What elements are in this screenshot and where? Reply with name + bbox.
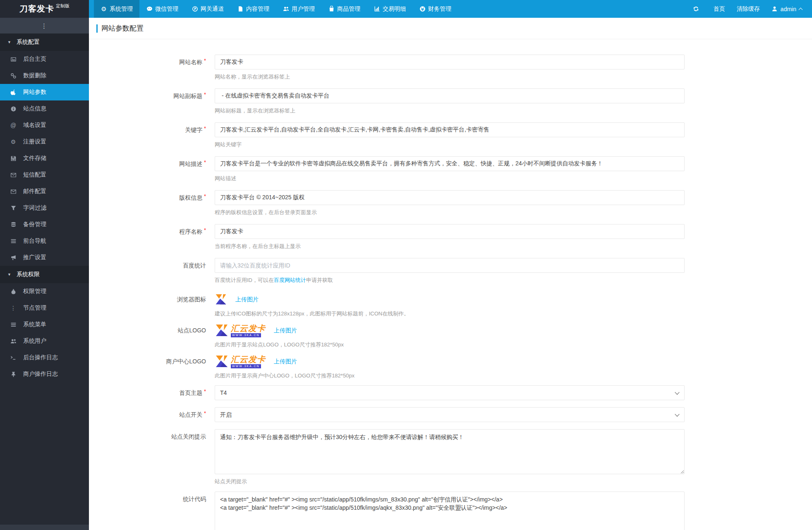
vertical-dots-icon: ⋮ (41, 22, 48, 29)
site-description-input[interactable] (215, 156, 685, 171)
refresh-icon (693, 6, 699, 12)
required-asterisk: * (204, 389, 206, 394)
top-nav-item-系统管理[interactable]: ⚙系统管理 (94, 0, 139, 18)
sidebar-item-系统用户[interactable]: 系统用户 (0, 333, 89, 349)
browser-icon-upload-link[interactable]: 上传图片 (235, 296, 259, 303)
site-logo-text-block: 汇云发卡WWW.3KA.CN (231, 324, 266, 337)
page-header: 网站参数配置 (89, 18, 812, 39)
site-subtitle-input[interactable] (215, 88, 685, 103)
top-nav-item-微信管理[interactable]: 微信管理 (139, 0, 185, 18)
home-link[interactable]: 首页 (708, 0, 731, 18)
info-icon (10, 105, 17, 112)
sidebar-scrollbar[interactable] (0, 525, 89, 530)
user-menu[interactable]: admin (766, 0, 808, 18)
top-nav-item-交易明细[interactable]: 交易明细 (367, 0, 412, 18)
sidebar-item-label: 权限管理 (23, 288, 46, 295)
app-logo-text: 刀客发卡 (19, 3, 54, 14)
save-icon (10, 155, 17, 162)
sidebar-item-前台导航[interactable]: 前台导航 (0, 233, 89, 249)
sidebar-item-权限管理[interactable]: 权限管理 (0, 283, 89, 300)
users-icon (283, 6, 289, 12)
app-logo-badge: 定制版 (56, 3, 69, 9)
sidebar-item-网站参数[interactable]: 网站参数 (0, 84, 89, 100)
site-close-tip-textarea[interactable] (215, 429, 685, 474)
sidebar-group-系统权限[interactable]: ▼系统权限 (0, 266, 89, 283)
sidebar-item-后台操作日志[interactable]: 后台操作日志 (0, 349, 89, 366)
sidebar-item-字词过滤[interactable]: 字词过滤 (0, 200, 89, 216)
megaphone-icon (10, 254, 17, 261)
copyright-input[interactable] (215, 190, 685, 205)
site-params-form: 网站名称*网站名称，显示在浏览器标签上网站副标题*网站副标题，显示在浏览器标签上… (89, 39, 812, 530)
sidebar-item-邮件配置[interactable]: 邮件配置 (0, 183, 89, 200)
field-control-keywords: 网站关键字 (215, 122, 685, 148)
form-row-home-theme: 首页主题*T4 (89, 385, 812, 401)
mail-icon (10, 188, 17, 195)
stats-code-textarea[interactable] (215, 492, 685, 530)
sidebar-item-系统菜单[interactable]: 系统菜单 (0, 316, 89, 333)
clear-cache-button[interactable]: 清除缓存 (731, 0, 766, 18)
sidebar-item-商户操作日志[interactable]: 商户操作日志 (0, 366, 89, 382)
field-label-site-switch: 站点开关* (89, 407, 206, 423)
program-name-input[interactable] (215, 224, 685, 239)
sidebar-item-label: 域名设置 (23, 122, 46, 129)
main-content: 网站参数配置 网站名称*网站名称，显示在浏览器标签上网站副标题*网站副标题，显示… (89, 18, 812, 530)
top-nav-item-内容管理[interactable]: 内容管理 (230, 0, 276, 18)
sidebar-item-label: 推广设置 (23, 254, 46, 261)
gear-icon: ⚙ (10, 138, 17, 145)
sidebar-item-域名设置[interactable]: @域名设置 (0, 117, 89, 134)
sidebar-item-备份管理[interactable]: 备份管理 (0, 216, 89, 233)
top-nav-item-财务管理[interactable]: 财务管理 (412, 0, 458, 18)
topbar-right-menu: 首页 清除缓存 admin (687, 0, 812, 18)
sidebar-item-推广设置[interactable]: 推广设置 (0, 249, 89, 266)
field-control-site-close-tip: 站点关闭提示 (215, 429, 685, 485)
field-label-site-logo: 站点LOGO (89, 323, 206, 348)
home-theme-select[interactable]: T4 (215, 385, 685, 400)
field-help-site-description: 网站描述 (215, 175, 685, 182)
sidebar-group-系统配置[interactable]: ▼系统配置 (0, 33, 89, 51)
sidebar-item-label: 节点管理 (23, 304, 46, 312)
sidebar-item-后台主页[interactable]: 后台主页 (0, 51, 89, 67)
baidu-stats-input[interactable] (215, 258, 685, 273)
keywords-input[interactable] (215, 122, 685, 137)
sidebar-item-label: 后台操作日志 (23, 354, 58, 361)
top-nav-item-label: 交易明细 (383, 5, 406, 13)
sidebar-item-节点管理[interactable]: ⋮节点管理 (0, 300, 89, 316)
field-help-merchant-logo: 此图片用于显示商户中心LOGO，LOGO尺寸推荐182*50px (215, 372, 685, 379)
field-help-browser-icon: 建议上传ICO图标的尺寸为128x128px，此图标用于网站标题前，ICON在线… (215, 310, 685, 317)
field-control-site-subtitle: 网站副标题，显示在浏览器标签上 (215, 88, 685, 114)
sidebar-item-label: 系统用户 (23, 337, 46, 345)
field-help-site-logo: 此图片用于显示站点LOGO，LOGO尺寸推荐182*50px (215, 341, 685, 348)
sidebar-item-短信配置[interactable]: 短信配置 (0, 167, 89, 183)
page-title: 网站参数配置 (96, 24, 144, 33)
field-help-site-close-tip: 站点关闭提示 (215, 478, 685, 485)
form-row-keywords: 关键字*网站关键字 (89, 122, 812, 148)
sidebar-item-文件存储[interactable]: 文件存储 (0, 150, 89, 167)
user-name: admin (781, 6, 796, 12)
site-switch-select[interactable]: 开启 (215, 407, 685, 422)
form-row-site-name: 网站名称*网站名称，显示在浏览器标签上 (89, 55, 812, 80)
baidu-stats-link[interactable]: 百度网站统计 (274, 277, 306, 283)
required-asterisk: * (204, 58, 206, 64)
app-logo: 刀客发卡 定制版 (0, 0, 89, 18)
sidebar-collapse-toggle[interactable]: ⋮ (0, 18, 89, 33)
sidebar-item-站点信息[interactable]: 站点信息 (0, 100, 89, 117)
sidebar-item-数据删除[interactable]: 数据删除 (0, 67, 89, 84)
top-nav-item-商品管理[interactable]: 商品管理 (321, 0, 367, 18)
site-logo-text: 汇云发卡 (231, 324, 266, 333)
site-name-input[interactable] (215, 55, 685, 69)
site-logo-mark (215, 323, 229, 339)
field-label-copyright: 版权信息* (89, 190, 206, 216)
top-nav-item-网关通道[interactable]: 网关通道 (185, 0, 230, 18)
gateway-icon (192, 6, 198, 12)
merchant-logo-upload-link[interactable]: 上传图片 (274, 358, 297, 365)
site-logo-upload-link[interactable]: 上传图片 (274, 327, 297, 334)
top-nav-item-用户管理[interactable]: 用户管理 (276, 0, 321, 18)
refresh-button[interactable] (687, 0, 708, 18)
site-logo-text-block: 汇云发卡WWW.3KA.CN (231, 355, 266, 368)
field-control-home-theme: T4 (215, 385, 685, 401)
sidebar-item-注册设置[interactable]: ⚙注册设置 (0, 134, 89, 150)
required-asterisk: * (204, 193, 206, 199)
field-help-keywords: 网站关键字 (215, 141, 685, 148)
top-nav-item-label: 财务管理 (428, 5, 451, 13)
required-asterisk: * (204, 92, 206, 98)
